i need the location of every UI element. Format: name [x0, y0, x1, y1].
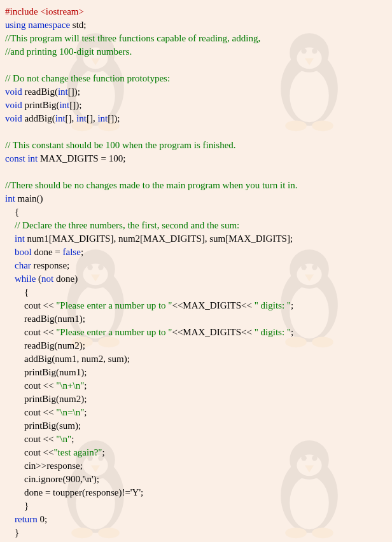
- cout: cout <<: [24, 380, 56, 391]
- kw-while: while: [15, 274, 36, 284]
- kw-const: const: [5, 153, 25, 163]
- stmt: cin.ignore(900,'\n');: [24, 474, 99, 484]
- fn-proto: addBig(: [22, 113, 55, 123]
- arr-close: []);: [68, 87, 80, 97]
- comment-line: // Declare the three numbers, the first,…: [15, 220, 239, 230]
- kw-int: int: [27, 153, 38, 163]
- string-literal: "Please enter a number up to ": [56, 300, 172, 310]
- string-literal: "test again?": [54, 447, 102, 457]
- semi: ;: [71, 434, 74, 444]
- kw-void: void: [5, 113, 22, 123]
- resp-decl: response;: [31, 260, 69, 270]
- arr-close: []);: [69, 100, 81, 110]
- kw-int: int: [5, 193, 15, 204]
- stmt: printBig(num2);: [24, 394, 87, 404]
- std-stmt: std;: [70, 20, 86, 30]
- semi: ;: [291, 300, 293, 310]
- array-decl: num1[MAX_DIGITS], num2[MAX_DIGITS], sum[…: [25, 233, 293, 244]
- concat: <<MAX_DIGITS<<: [172, 300, 254, 310]
- concat: <<MAX_DIGITS<<: [172, 327, 254, 337]
- string-literal: "\n=\n": [56, 407, 84, 417]
- brace-open: {: [15, 207, 19, 217]
- comment-line: // This constant should be 100 when the …: [5, 140, 236, 150]
- stmt: readBig(num2);: [24, 340, 85, 351]
- cout: cout <<: [24, 447, 54, 457]
- while-rest: done): [53, 274, 78, 284]
- semi: ;: [84, 407, 87, 417]
- string-literal: "\n": [56, 434, 71, 444]
- fn-main: main(): [15, 193, 43, 204]
- paren: (: [36, 274, 41, 284]
- semi: ;: [81, 247, 83, 257]
- cout: cout <<: [24, 407, 56, 417]
- stmt: done = toupper(response)!='Y';: [24, 487, 143, 497]
- kw-int: int: [15, 233, 25, 244]
- return-rest: 0;: [38, 514, 47, 524]
- comment-line: //There should be no changes made to the…: [5, 180, 297, 190]
- semi: ;: [291, 327, 293, 337]
- semi: ;: [84, 380, 87, 391]
- preproc-line: #include <iostream>: [5, 6, 84, 17]
- cout: cout <<: [24, 300, 56, 310]
- code-block: #include <iostream> using namespace std;…: [5, 5, 387, 539]
- kw-int: int: [59, 100, 69, 110]
- kw-char: char: [15, 260, 31, 270]
- brace-close: }: [24, 501, 29, 511]
- string-literal: "\n+\n": [56, 380, 84, 391]
- comment-line: //and printing 100-digit numbers.: [5, 46, 132, 57]
- kw-void: void: [5, 100, 22, 110]
- brace-close: }: [15, 527, 19, 538]
- comment-line: // Do not change these function prototyp…: [5, 73, 170, 83]
- stmt: addBig(num1, num2, sum);: [24, 354, 130, 364]
- kw-bool: bool: [15, 247, 32, 257]
- kw-return: return: [15, 514, 38, 524]
- string-literal: " digits: ": [255, 327, 291, 337]
- kw-not: not: [41, 274, 53, 284]
- arr-mid: [],: [66, 113, 77, 123]
- arr-close: []);: [108, 113, 120, 123]
- kw-int: int: [58, 87, 68, 97]
- done-decl: done =: [32, 247, 63, 257]
- kw-namespace: namespace: [28, 20, 70, 30]
- stmt: cin>>response;: [24, 461, 83, 471]
- stmt: printBig(num1);: [24, 367, 87, 377]
- const-decl: MAX_DIGITS = 100;: [38, 153, 125, 163]
- fn-proto: printBig(: [22, 100, 60, 110]
- semi: ;: [102, 447, 104, 457]
- string-literal: " digits: ": [255, 300, 291, 310]
- brace-open: {: [24, 287, 29, 297]
- kw-using: using: [5, 20, 26, 30]
- string-literal: "Please enter a number up to ": [56, 327, 172, 337]
- stmt: printBig(sum);: [24, 420, 81, 431]
- fn-proto: readBig(: [22, 87, 58, 97]
- kw-int: int: [55, 113, 66, 123]
- comment-line: //This program will test three functions…: [5, 33, 260, 43]
- kw-int: int: [97, 113, 108, 123]
- kw-false: false: [63, 247, 81, 257]
- cout: cout <<: [24, 434, 56, 444]
- cout: cout <<: [24, 327, 56, 337]
- arr-mid: [],: [87, 113, 98, 123]
- kw-int: int: [76, 113, 87, 123]
- kw-void: void: [5, 87, 22, 97]
- stmt: readBig(num1);: [24, 314, 85, 324]
